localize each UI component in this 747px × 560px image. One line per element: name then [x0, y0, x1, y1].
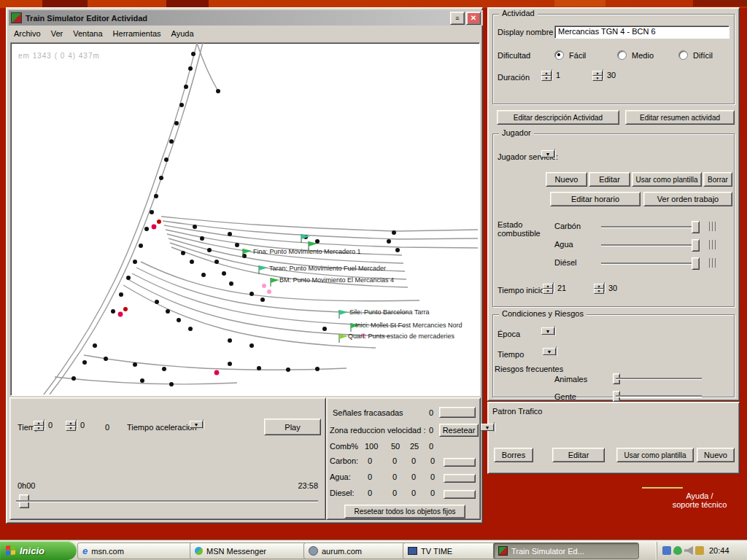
reset-all-button[interactable]: Resetear todos los objetos fijos: [344, 505, 465, 518]
tiempo-minutes-spinner[interactable]: 0 ▲▼: [76, 419, 77, 429]
task-button-train-simulator[interactable]: Train Simulator Ed...: [493, 542, 639, 559]
window-titlebar[interactable]: Train Simulator Editor Actividad ≡ ✕: [9, 10, 483, 26]
duracion-hours-spinner[interactable]: 1 ▲▼: [551, 69, 553, 79]
fuel-row-scroll[interactable]: [444, 458, 476, 467]
diesel-slider-thumb[interactable]: [692, 257, 700, 270]
menu-ver[interactable]: Ver: [46, 28, 69, 39]
tiempo-combobox[interactable]: Despejado ▼: [556, 346, 557, 357]
minimize-button[interactable]: ≡: [450, 12, 465, 25]
trafico-borrar-button[interactable]: Borres: [494, 448, 533, 462]
tray-display-icon[interactable]: [662, 546, 671, 555]
actividad-group-label: Actividad: [499, 9, 538, 18]
waypoint-label[interactable]: Fina: Punto Movimiento Mercadero 1: [253, 248, 361, 255]
tiempo-hours-spinner[interactable]: 0 ▲▼: [44, 419, 45, 429]
reset-button[interactable]: Resetear: [439, 424, 479, 437]
jugador-editar-button[interactable]: Editar: [589, 172, 630, 187]
task-button-msn[interactable]: e msn.com: [77, 542, 196, 559]
animales-slider-track[interactable]: [616, 378, 702, 380]
spinner-up-icon[interactable]: ▲: [66, 421, 76, 426]
spinner-up-icon[interactable]: ▲: [34, 421, 44, 426]
trafico-nuevo-button[interactable]: Nuevo: [697, 448, 735, 462]
task-button-messenger[interactable]: MSN Messenger: [190, 542, 309, 559]
comb-col: 25: [410, 442, 419, 451]
fuel-row-scroll[interactable]: [444, 474, 476, 483]
spinner-down-icon[interactable]: ▼: [594, 289, 604, 294]
chevron-down-icon[interactable]: ▼: [190, 421, 203, 428]
fuel-cell: 0: [430, 456, 435, 465]
spinner-down-icon[interactable]: ▼: [541, 76, 551, 81]
menu-herramientas[interactable]: Herramientas: [108, 28, 166, 39]
menu-ventana[interactable]: Ventana: [68, 28, 107, 39]
jugador-usar-plantilla-button[interactable]: Usar como plantilla: [632, 172, 702, 187]
waypoint-label[interactable]: Inici: Mollet St Fost Mercancies Nord: [355, 322, 462, 329]
task-button-tvtime[interactable]: TV TIME: [403, 542, 499, 559]
agua-slider-track[interactable]: [601, 244, 699, 246]
spinner-down-icon[interactable]: ▼: [543, 289, 553, 294]
chevron-down-icon[interactable]: ▼: [543, 348, 556, 355]
trafico-editar-button[interactable]: Editar: [552, 448, 605, 462]
spinner-up-icon[interactable]: ▲: [594, 284, 604, 289]
inicio-minutes-spinner[interactable]: 30 ▲▼: [604, 282, 605, 292]
menu-ayuda[interactable]: Ayuda: [166, 28, 199, 39]
epoca-combobox[interactable]: Primavera ▼: [554, 326, 556, 336]
editar-descripcion-button[interactable]: Editar descripción Actividad: [497, 110, 619, 125]
waypoint-label[interactable]: Taran: Punto Movimiento Fuel Mercader: [269, 265, 386, 272]
chevron-down-icon[interactable]: ▼: [541, 150, 554, 158]
radio-dificil-icon[interactable]: [678, 50, 688, 60]
display-nombre-field[interactable]: Mercancias TGN 4 - BCN 6: [554, 26, 729, 39]
spinner-down-icon[interactable]: ▼: [34, 426, 44, 431]
timeline-slider-track[interactable]: [16, 500, 318, 502]
diesel-slider-track[interactable]: [601, 262, 699, 265]
spinner-up-icon[interactable]: ▲: [543, 284, 553, 289]
jugador-borrar-button[interactable]: Borrar: [703, 172, 732, 187]
inicio-hours-spinner[interactable]: 21 ▲▼: [553, 282, 554, 292]
chevron-down-icon[interactable]: ▼: [541, 327, 554, 335]
agua-slider-thumb[interactable]: [692, 239, 700, 252]
duracion-minutes-spinner[interactable]: 30 ▲▼: [603, 69, 604, 79]
jugador-nuevo-button[interactable]: Nuevo: [546, 172, 587, 187]
radio-medio-icon[interactable]: [617, 50, 627, 60]
gente-slider-track[interactable]: [616, 395, 702, 397]
radio-facil[interactable]: Fácil: [554, 50, 586, 60]
menu-archivo[interactable]: Archivo: [9, 28, 46, 39]
radio-dificil[interactable]: Difícil: [678, 50, 713, 60]
desktop-art-block: [42, 0, 88, 7]
waypoint-label[interactable]: Quart: Punts estacio de mercaderies: [348, 332, 454, 340]
tray-network-icon[interactable]: [695, 546, 704, 555]
carbon-slider-track[interactable]: [601, 226, 699, 228]
editar-resumen-button[interactable]: Editar resumen actividad: [625, 110, 735, 125]
waypoint-label[interactable]: Sile: Punto Barcelona Tarra: [349, 308, 429, 316]
editar-horario-button[interactable]: Editar horario: [550, 192, 640, 206]
signals-scroll[interactable]: [439, 407, 476, 418]
close-button[interactable]: ✕: [466, 12, 481, 25]
tray-shield-icon[interactable]: [673, 546, 682, 555]
spinner-down-icon[interactable]: ▼: [592, 76, 603, 81]
fuel-row-scroll[interactable]: [444, 490, 476, 499]
globe-icon: [309, 546, 318, 556]
radio-facil-icon[interactable]: [554, 50, 564, 60]
train-icon: [498, 546, 508, 556]
radio-medio[interactable]: Medio: [617, 50, 654, 60]
jugador-group-label: Jugador: [499, 128, 534, 137]
desktop-accent-line: [642, 487, 683, 489]
task-button-aurum[interactable]: aurum.com: [303, 542, 409, 559]
zone-value: 0: [429, 426, 433, 435]
desktop-art-block: [554, 0, 605, 7]
spinner-down-icon[interactable]: ▼: [66, 426, 76, 431]
fuel-cell: 0: [411, 456, 416, 465]
taskbar-clock[interactable]: 20:44: [709, 546, 729, 555]
carbon-slider-thumb[interactable]: [692, 221, 700, 233]
route-map-viewport[interactable]: em 1343 ( 0 4) 437m: [10, 42, 480, 396]
trafico-usar-plantilla-button[interactable]: Usar como plantilla: [616, 448, 694, 462]
ver-orden-trabajo-button[interactable]: Ver orden trabajo: [643, 192, 732, 206]
spinner-up-icon[interactable]: ▲: [541, 71, 551, 76]
tray-volume-icon[interactable]: [684, 546, 693, 555]
spinner-up-icon[interactable]: ▲: [592, 71, 603, 76]
jugador-servicio-combobox[interactable]: 269003 Mercancias Quimms ▼: [554, 149, 556, 159]
play-button[interactable]: Play: [264, 419, 321, 435]
patron-trafico-combobox[interactable]: Mercancias TGN 4 - BCN 6 ▼: [494, 422, 495, 432]
accel-combobox[interactable]: 1x ▼: [203, 419, 204, 429]
start-button[interactable]: Inicio: [0, 541, 77, 560]
waypoint-label[interactable]: BM: Punto Movimiento El Mercancias 4: [279, 276, 394, 284]
chevron-down-icon[interactable]: ▼: [481, 424, 494, 431]
